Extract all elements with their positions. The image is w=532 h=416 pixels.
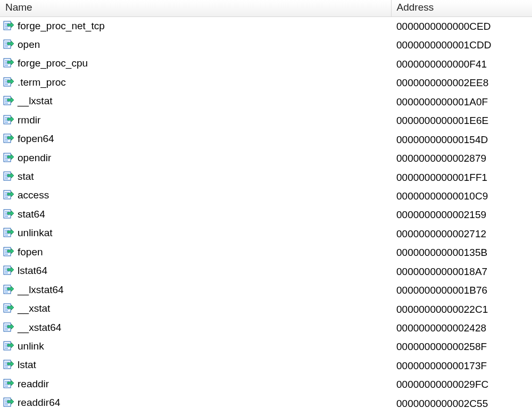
table-row[interactable]: __lxstat0000000000001A0F: [0, 93, 532, 111]
table-row[interactable]: stat0000000000001FF1: [0, 168, 532, 187]
exports-table: Name Address forge_proc_net_tcp000000000…: [0, 0, 532, 416]
function-name: forge_proc_net_tcp: [18, 20, 105, 31]
cell-name: __lxstat: [0, 93, 391, 111]
table-row[interactable]: open0000000000001CDD: [0, 36, 532, 54]
function-address: 0000000000002159: [394, 209, 486, 220]
export-function-icon: [3, 170, 14, 186]
export-function-icon: [3, 95, 14, 110]
cell-address: 0000000000002159: [391, 205, 532, 224]
cell-address: 0000000000002C55: [391, 394, 532, 413]
cell-name: stat: [0, 168, 391, 187]
table-header-row: Name Address: [0, 0, 532, 17]
function-address: 0000000000001A0F: [394, 96, 488, 107]
export-function-icon: [3, 264, 14, 280]
function-name: __lxstat64: [18, 284, 64, 295]
function-name: rmdir: [18, 114, 40, 126]
export-function-icon: [3, 246, 14, 261]
cell-name: lstat64: [0, 262, 391, 281]
cell-name: opendir: [0, 149, 391, 168]
table-row[interactable]: unlink000000000000258F: [0, 337, 532, 356]
table-row[interactable]: opendir0000000000002879: [0, 149, 532, 168]
function-name: unlink: [18, 340, 44, 352]
table-row[interactable]: stat640000000000002159: [0, 205, 532, 224]
function-name: stat: [18, 171, 34, 182]
table-row[interactable]: lstat000000000000173F: [0, 356, 532, 375]
cell-name: lstat: [0, 356, 391, 375]
table-row[interactable]: lstat6400000000000018A7: [0, 262, 532, 281]
export-function-icon: [3, 76, 14, 91]
table-row[interactable]: __xstat00000000000022C1: [0, 300, 532, 319]
table-row[interactable]: fopen000000000000135B: [0, 243, 532, 262]
cell-address: 0000000000004848: [391, 413, 532, 416]
cell-address: 0000000000001B76: [391, 281, 532, 299]
cell-address: 00000000000010C9: [391, 187, 532, 205]
cell-address: 000000000000154D: [391, 130, 532, 149]
export-function-icon: [3, 302, 14, 318]
table-row[interactable]: unlinkat0000000000002712: [0, 224, 532, 243]
column-header-address-label: Address: [397, 2, 434, 13]
table-row[interactable]: access00000000000010C9: [0, 187, 532, 205]
function-address: 0000000000002428: [394, 322, 486, 334]
cell-address: 0000000000001CDD: [391, 36, 532, 54]
cell-name: forge_proc_cpu: [0, 55, 391, 73]
cell-name: fopen64: [0, 130, 391, 149]
column-header-name[interactable]: Name: [0, 0, 391, 17]
cell-name: readdir: [0, 375, 391, 394]
function-name: unlinkat: [18, 227, 53, 238]
function-name: .term_proc: [18, 77, 66, 88]
table-row[interactable]: rmdir0000000000001E6E: [0, 111, 532, 130]
function-name: opendir: [18, 152, 51, 163]
cell-address: 0000000000001FF1: [391, 168, 532, 187]
cell-address: 000000000000173F: [391, 356, 532, 375]
cell-name: .term_proc: [0, 73, 391, 92]
cell-name: readdir64: [0, 394, 391, 413]
function-name: stat64: [18, 209, 45, 220]
table-row[interactable]: .term_proc0000000000002EE8: [0, 73, 532, 92]
table-row[interactable]: __xstat640000000000002428: [0, 319, 532, 337]
cell-name: open: [0, 36, 391, 54]
export-function-icon: [3, 189, 14, 204]
cell-address: 0000000000000F41: [391, 55, 532, 73]
export-function-icon: [3, 340, 14, 355]
table-row[interactable]: forge_proc_cpu0000000000000F41: [0, 55, 532, 73]
table-row[interactable]: __lxstat640000000000001B76: [0, 281, 532, 299]
export-function-icon: [3, 20, 14, 35]
cell-address: 00000000000029FC: [391, 375, 532, 394]
cell-name: stat64: [0, 205, 391, 224]
export-function-icon: [3, 57, 14, 72]
cell-name: libc: [0, 413, 391, 416]
function-address: 0000000000001B76: [394, 285, 487, 296]
table-row[interactable]: libc0000000000004848: [0, 413, 532, 416]
cell-name: __xstat64: [0, 319, 391, 337]
function-address: 0000000000001FF1: [394, 172, 487, 183]
function-name: lstat: [18, 359, 36, 370]
function-address: 00000000000018A7: [394, 266, 487, 277]
export-function-icon: [3, 284, 14, 299]
column-header-address[interactable]: Address: [391, 0, 532, 17]
table-row[interactable]: readdir00000000000029FC: [0, 375, 532, 394]
function-name: lstat64: [18, 265, 47, 276]
column-header-name-label: Name: [5, 2, 32, 13]
export-function-icon: [3, 208, 14, 223]
export-function-icon: [3, 114, 14, 129]
function-address: 0000000000001CDD: [394, 39, 492, 51]
function-address: 00000000000010C9: [394, 190, 488, 202]
function-address: 0000000000002712: [394, 228, 486, 239]
table-row[interactable]: forge_proc_net_tcp0000000000000CED: [0, 17, 532, 36]
function-address: 000000000000173F: [394, 360, 487, 371]
function-name: forge_proc_cpu: [18, 57, 88, 69]
function-name: fopen: [18, 246, 43, 257]
export-function-icon: [3, 396, 14, 412]
cell-name: forge_proc_net_tcp: [0, 17, 391, 36]
function-name: __xstat64: [18, 322, 61, 333]
function-address: 00000000000022C1: [394, 304, 488, 315]
function-name: readdir: [18, 378, 49, 389]
table-row[interactable]: fopen64000000000000154D: [0, 130, 532, 149]
function-address: 000000000000135B: [394, 247, 487, 258]
cell-address: 0000000000002428: [391, 319, 532, 337]
function-address: 0000000000000F41: [394, 59, 487, 70]
export-function-icon: [3, 152, 14, 167]
table-row[interactable]: readdir640000000000002C55: [0, 394, 532, 413]
function-address: 0000000000002C55: [394, 398, 488, 409]
function-address: 00000000000029FC: [394, 379, 488, 390]
